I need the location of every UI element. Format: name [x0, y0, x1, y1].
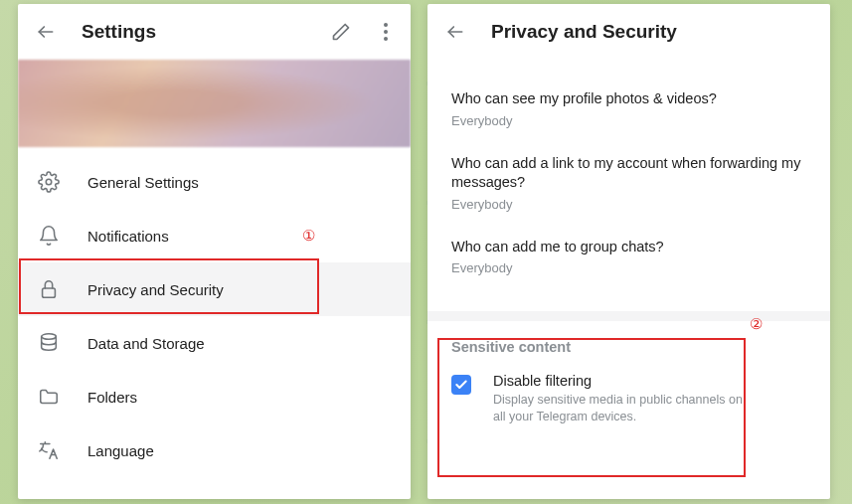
- page-title: Privacy and Security: [491, 21, 814, 43]
- settings-menu: General Settings Notifications Privacy a…: [18, 147, 411, 485]
- language-icon: [38, 439, 60, 461]
- profile-banner[interactable]: [18, 60, 411, 147]
- more-vertical-icon: [384, 23, 388, 41]
- lock-icon: [38, 278, 60, 300]
- privacy-item-photos[interactable]: Who can see my profile photos & videos? …: [451, 78, 806, 142]
- menu-label: Folders: [87, 389, 137, 406]
- privacy-question: Who can add a link to my account when fo…: [451, 154, 806, 193]
- folder-icon: [38, 386, 60, 408]
- database-icon: [38, 332, 60, 354]
- page-title: Settings: [82, 21, 305, 43]
- menu-item-notifications[interactable]: Notifications: [18, 209, 411, 262]
- privacy-question: Who can add me to group chats?: [451, 238, 806, 257]
- settings-panel: Settings General Settings Notifications …: [18, 4, 411, 499]
- section-divider: [427, 311, 830, 321]
- sensitive-header: Sensitive content: [427, 321, 830, 361]
- menu-label: Language: [87, 442, 154, 459]
- svg-point-4: [46, 179, 52, 185]
- menu-label: General Settings: [87, 174, 199, 191]
- annotation-number-1: ①: [302, 227, 315, 245]
- privacy-item-forward[interactable]: Who can add a link to my account when fo…: [451, 142, 806, 226]
- svg-rect-5: [43, 288, 56, 297]
- svg-point-2: [384, 30, 388, 34]
- check-icon: [454, 378, 468, 392]
- privacy-item-groups[interactable]: Who can add me to group chats? Everybody: [451, 226, 806, 290]
- svg-point-3: [384, 37, 388, 41]
- privacy-value: Everybody: [451, 113, 806, 128]
- bell-icon: [38, 225, 60, 247]
- menu-label: Notifications: [87, 228, 169, 245]
- menu-item-general[interactable]: General Settings: [18, 155, 411, 209]
- menu-item-data[interactable]: Data and Storage: [18, 316, 411, 370]
- privacy-value: Everybody: [451, 260, 806, 275]
- edit-button[interactable]: [329, 20, 353, 44]
- disable-filtering-checkbox[interactable]: [451, 375, 471, 395]
- menu-label: Privacy and Security: [87, 281, 224, 298]
- pencil-icon: [331, 22, 351, 42]
- privacy-header: Privacy and Security: [427, 4, 830, 60]
- arrow-left-icon: [445, 22, 465, 42]
- menu-item-language[interactable]: Language: [18, 423, 411, 477]
- svg-point-6: [42, 334, 57, 340]
- privacy-panel: Privacy and Security Who can see my prof…: [427, 4, 830, 499]
- privacy-list: Who can see my profile photos & videos? …: [427, 60, 830, 305]
- more-button[interactable]: [377, 20, 395, 44]
- checkbox-label: Disable filtering: [493, 373, 752, 389]
- annotation-number-2: ②: [750, 315, 763, 333]
- menu-item-privacy[interactable]: Privacy and Security: [18, 262, 411, 316]
- privacy-question: Who can see my profile photos & videos?: [451, 89, 806, 109]
- svg-point-1: [384, 23, 388, 27]
- menu-item-folders[interactable]: Folders: [18, 370, 411, 423]
- arrow-left-icon: [36, 22, 56, 42]
- checkbox-desc: Display sensitive media in public channe…: [493, 392, 752, 425]
- checkbox-text: Disable filtering Display sensitive medi…: [493, 373, 752, 425]
- gear-icon: [38, 171, 60, 193]
- privacy-value: Everybody: [451, 197, 806, 212]
- back-button[interactable]: [443, 20, 467, 44]
- menu-label: Data and Storage: [87, 335, 205, 352]
- back-button[interactable]: [34, 20, 58, 44]
- settings-header: Settings: [18, 4, 411, 60]
- disable-filtering-row[interactable]: Disable filtering Display sensitive medi…: [427, 361, 830, 441]
